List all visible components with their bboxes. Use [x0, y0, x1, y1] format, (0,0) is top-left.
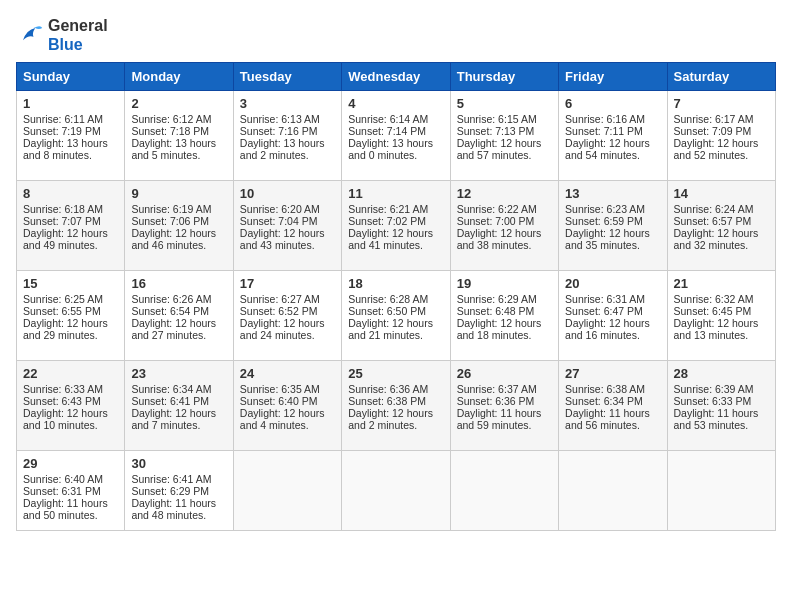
calendar-cell: 10Sunrise: 6:20 AMSunset: 7:04 PMDayligh…: [233, 181, 341, 271]
sunset-text: Sunset: 7:06 PM: [131, 215, 226, 227]
calendar-cell: 13Sunrise: 6:23 AMSunset: 6:59 PMDayligh…: [559, 181, 667, 271]
weekday-header-saturday: Saturday: [667, 63, 775, 91]
daylight-text: Daylight: 12 hours and 49 minutes.: [23, 227, 118, 251]
day-number: 17: [240, 276, 335, 291]
day-number: 27: [565, 366, 660, 381]
calendar-cell: [667, 451, 775, 531]
calendar-cell: 15Sunrise: 6:25 AMSunset: 6:55 PMDayligh…: [17, 271, 125, 361]
day-number: 1: [23, 96, 118, 111]
daylight-text: Daylight: 11 hours and 48 minutes.: [131, 497, 226, 521]
sunrise-text: Sunrise: 6:36 AM: [348, 383, 443, 395]
calendar-cell: 23Sunrise: 6:34 AMSunset: 6:41 PMDayligh…: [125, 361, 233, 451]
sunrise-text: Sunrise: 6:12 AM: [131, 113, 226, 125]
daylight-text: Daylight: 12 hours and 46 minutes.: [131, 227, 226, 251]
calendar-cell: 9Sunrise: 6:19 AMSunset: 7:06 PMDaylight…: [125, 181, 233, 271]
daylight-text: Daylight: 12 hours and 35 minutes.: [565, 227, 660, 251]
calendar-cell: [233, 451, 341, 531]
day-number: 28: [674, 366, 769, 381]
sunrise-text: Sunrise: 6:24 AM: [674, 203, 769, 215]
sunset-text: Sunset: 6:29 PM: [131, 485, 226, 497]
day-number: 13: [565, 186, 660, 201]
calendar-cell: 14Sunrise: 6:24 AMSunset: 6:57 PMDayligh…: [667, 181, 775, 271]
calendar-cell: 5Sunrise: 6:15 AMSunset: 7:13 PMDaylight…: [450, 91, 558, 181]
daylight-text: Daylight: 12 hours and 10 minutes.: [23, 407, 118, 431]
calendar-week-row: 22Sunrise: 6:33 AMSunset: 6:43 PMDayligh…: [17, 361, 776, 451]
sunset-text: Sunset: 6:34 PM: [565, 395, 660, 407]
day-number: 2: [131, 96, 226, 111]
sunrise-text: Sunrise: 6:21 AM: [348, 203, 443, 215]
calendar-cell: 16Sunrise: 6:26 AMSunset: 6:54 PMDayligh…: [125, 271, 233, 361]
sunrise-text: Sunrise: 6:41 AM: [131, 473, 226, 485]
daylight-text: Daylight: 11 hours and 50 minutes.: [23, 497, 118, 521]
weekday-header-tuesday: Tuesday: [233, 63, 341, 91]
sunrise-text: Sunrise: 6:28 AM: [348, 293, 443, 305]
sunset-text: Sunset: 6:50 PM: [348, 305, 443, 317]
sunset-text: Sunset: 6:57 PM: [674, 215, 769, 227]
daylight-text: Daylight: 11 hours and 56 minutes.: [565, 407, 660, 431]
logo-bird-icon: [16, 21, 44, 49]
sunset-text: Sunset: 6:43 PM: [23, 395, 118, 407]
calendar-cell: 28Sunrise: 6:39 AMSunset: 6:33 PMDayligh…: [667, 361, 775, 451]
calendar-cell: 30Sunrise: 6:41 AMSunset: 6:29 PMDayligh…: [125, 451, 233, 531]
daylight-text: Daylight: 12 hours and 43 minutes.: [240, 227, 335, 251]
calendar-cell: [559, 451, 667, 531]
daylight-text: Daylight: 12 hours and 54 minutes.: [565, 137, 660, 161]
header: General Blue: [16, 16, 776, 54]
calendar-cell: [342, 451, 450, 531]
calendar-week-row: 15Sunrise: 6:25 AMSunset: 6:55 PMDayligh…: [17, 271, 776, 361]
weekday-header-thursday: Thursday: [450, 63, 558, 91]
sunrise-text: Sunrise: 6:15 AM: [457, 113, 552, 125]
day-number: 24: [240, 366, 335, 381]
sunset-text: Sunset: 7:19 PM: [23, 125, 118, 137]
sunset-text: Sunset: 6:59 PM: [565, 215, 660, 227]
calendar-week-row: 1Sunrise: 6:11 AMSunset: 7:19 PMDaylight…: [17, 91, 776, 181]
sunset-text: Sunset: 6:45 PM: [674, 305, 769, 317]
sunrise-text: Sunrise: 6:14 AM: [348, 113, 443, 125]
sunset-text: Sunset: 7:13 PM: [457, 125, 552, 137]
calendar-table: SundayMondayTuesdayWednesdayThursdayFrid…: [16, 62, 776, 531]
daylight-text: Daylight: 12 hours and 27 minutes.: [131, 317, 226, 341]
sunset-text: Sunset: 6:55 PM: [23, 305, 118, 317]
daylight-text: Daylight: 12 hours and 16 minutes.: [565, 317, 660, 341]
sunset-text: Sunset: 6:36 PM: [457, 395, 552, 407]
day-number: 23: [131, 366, 226, 381]
sunrise-text: Sunrise: 6:40 AM: [23, 473, 118, 485]
weekday-header-sunday: Sunday: [17, 63, 125, 91]
day-number: 10: [240, 186, 335, 201]
sunset-text: Sunset: 7:02 PM: [348, 215, 443, 227]
day-number: 12: [457, 186, 552, 201]
calendar-cell: 6Sunrise: 6:16 AMSunset: 7:11 PMDaylight…: [559, 91, 667, 181]
sunrise-text: Sunrise: 6:38 AM: [565, 383, 660, 395]
sunrise-text: Sunrise: 6:35 AM: [240, 383, 335, 395]
calendar-cell: 21Sunrise: 6:32 AMSunset: 6:45 PMDayligh…: [667, 271, 775, 361]
calendar-cell: 4Sunrise: 6:14 AMSunset: 7:14 PMDaylight…: [342, 91, 450, 181]
day-number: 3: [240, 96, 335, 111]
calendar-cell: 29Sunrise: 6:40 AMSunset: 6:31 PMDayligh…: [17, 451, 125, 531]
calendar-cell: 25Sunrise: 6:36 AMSunset: 6:38 PMDayligh…: [342, 361, 450, 451]
calendar-cell: 22Sunrise: 6:33 AMSunset: 6:43 PMDayligh…: [17, 361, 125, 451]
calendar-cell: 7Sunrise: 6:17 AMSunset: 7:09 PMDaylight…: [667, 91, 775, 181]
daylight-text: Daylight: 12 hours and 7 minutes.: [131, 407, 226, 431]
day-number: 8: [23, 186, 118, 201]
sunset-text: Sunset: 7:07 PM: [23, 215, 118, 227]
daylight-text: Daylight: 13 hours and 5 minutes.: [131, 137, 226, 161]
sunrise-text: Sunrise: 6:29 AM: [457, 293, 552, 305]
sunrise-text: Sunrise: 6:18 AM: [23, 203, 118, 215]
sunrise-text: Sunrise: 6:25 AM: [23, 293, 118, 305]
day-number: 30: [131, 456, 226, 471]
calendar-cell: 27Sunrise: 6:38 AMSunset: 6:34 PMDayligh…: [559, 361, 667, 451]
sunrise-text: Sunrise: 6:26 AM: [131, 293, 226, 305]
day-number: 11: [348, 186, 443, 201]
sunrise-text: Sunrise: 6:23 AM: [565, 203, 660, 215]
sunset-text: Sunset: 6:54 PM: [131, 305, 226, 317]
daylight-text: Daylight: 13 hours and 2 minutes.: [240, 137, 335, 161]
daylight-text: Daylight: 12 hours and 4 minutes.: [240, 407, 335, 431]
sunrise-text: Sunrise: 6:37 AM: [457, 383, 552, 395]
day-number: 5: [457, 96, 552, 111]
daylight-text: Daylight: 12 hours and 57 minutes.: [457, 137, 552, 161]
sunset-text: Sunset: 6:31 PM: [23, 485, 118, 497]
daylight-text: Daylight: 12 hours and 41 minutes.: [348, 227, 443, 251]
calendar-week-row: 29Sunrise: 6:40 AMSunset: 6:31 PMDayligh…: [17, 451, 776, 531]
daylight-text: Daylight: 12 hours and 29 minutes.: [23, 317, 118, 341]
sunrise-text: Sunrise: 6:11 AM: [23, 113, 118, 125]
